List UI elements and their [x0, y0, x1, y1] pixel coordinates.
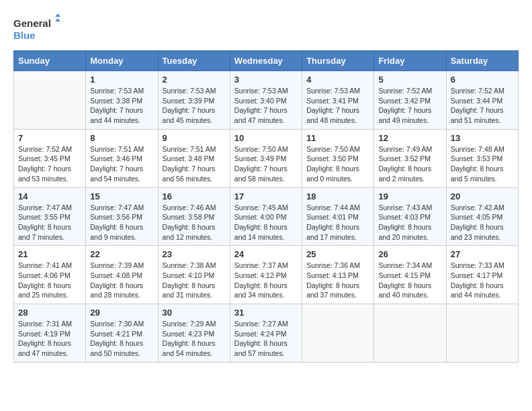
day-info: Sunrise: 7:31 AM Sunset: 4:19 PM Dayligh… — [18, 319, 81, 359]
logo-svg: General Blue — [13, 13, 60, 44]
svg-text:General: General — [13, 17, 51, 29]
logo: General Blue — [13, 13, 60, 44]
day-number: 5 — [378, 75, 441, 85]
day-number: 20 — [451, 191, 514, 201]
page-header: General Blue — [13, 13, 519, 44]
day-number: 28 — [18, 308, 81, 318]
day-number: 16 — [163, 191, 226, 201]
day-number: 25 — [306, 249, 369, 259]
day-number: 14 — [18, 191, 81, 201]
calendar-cell — [302, 304, 374, 363]
svg-text:Blue: Blue — [13, 30, 36, 41]
day-number: 21 — [18, 249, 81, 259]
calendar-table: SundayMondayTuesdayWednesdayThursdayFrid… — [13, 50, 519, 363]
calendar-cell: 29Sunrise: 7:30 AM Sunset: 4:21 PM Dayli… — [86, 304, 158, 363]
day-info: Sunrise: 7:33 AM Sunset: 4:17 PM Dayligh… — [451, 261, 514, 300]
day-info: Sunrise: 7:38 AM Sunset: 4:10 PM Dayligh… — [163, 261, 226, 300]
day-number: 12 — [378, 133, 441, 143]
day-info: Sunrise: 7:27 AM Sunset: 4:24 PM Dayligh… — [234, 319, 298, 359]
day-info: Sunrise: 7:29 AM Sunset: 4:23 PM Dayligh… — [163, 319, 226, 359]
calendar-cell: 21Sunrise: 7:41 AM Sunset: 4:06 PM Dayli… — [14, 246, 86, 304]
day-info: Sunrise: 7:51 AM Sunset: 3:48 PM Dayligh… — [163, 144, 226, 184]
calendar-cell: 31Sunrise: 7:27 AM Sunset: 4:24 PM Dayli… — [230, 304, 302, 363]
day-info: Sunrise: 7:53 AM Sunset: 3:39 PM Dayligh… — [163, 86, 226, 126]
header-cell-saturday: Saturday — [446, 51, 518, 71]
day-info: Sunrise: 7:51 AM Sunset: 3:46 PM Dayligh… — [90, 144, 153, 184]
day-number: 18 — [306, 191, 369, 201]
day-number: 15 — [90, 191, 153, 201]
day-number: 17 — [234, 191, 298, 201]
day-number: 19 — [378, 191, 441, 201]
day-number: 30 — [163, 308, 226, 318]
day-number: 3 — [234, 75, 298, 85]
day-info: Sunrise: 7:42 AM Sunset: 4:05 PM Dayligh… — [451, 203, 514, 242]
calendar-cell: 8Sunrise: 7:51 AM Sunset: 3:46 PM Daylig… — [86, 129, 158, 187]
day-number: 11 — [306, 133, 369, 143]
day-number: 27 — [451, 249, 514, 259]
calendar-cell: 18Sunrise: 7:44 AM Sunset: 4:01 PM Dayli… — [302, 187, 374, 246]
calendar-cell: 19Sunrise: 7:43 AM Sunset: 4:03 PM Dayli… — [374, 187, 446, 246]
day-info: Sunrise: 7:46 AM Sunset: 3:58 PM Dayligh… — [163, 203, 226, 242]
calendar-cell — [14, 71, 86, 130]
calendar-cell: 9Sunrise: 7:51 AM Sunset: 3:48 PM Daylig… — [158, 129, 230, 187]
day-number: 7 — [18, 133, 81, 143]
day-number: 1 — [90, 75, 153, 85]
svg-marker-2 — [55, 13, 60, 17]
day-info: Sunrise: 7:47 AM Sunset: 3:56 PM Dayligh… — [90, 203, 153, 242]
header-cell-thursday: Thursday — [302, 51, 374, 71]
calendar-cell: 24Sunrise: 7:37 AM Sunset: 4:12 PM Dayli… — [230, 246, 302, 304]
calendar-week-4: 21Sunrise: 7:41 AM Sunset: 4:06 PM Dayli… — [14, 246, 519, 304]
day-number: 24 — [234, 249, 298, 259]
calendar-cell: 5Sunrise: 7:52 AM Sunset: 3:42 PM Daylig… — [374, 71, 446, 130]
day-info: Sunrise: 7:43 AM Sunset: 4:03 PM Dayligh… — [378, 203, 441, 242]
day-number: 22 — [90, 249, 153, 259]
calendar-cell: 4Sunrise: 7:53 AM Sunset: 3:41 PM Daylig… — [302, 71, 374, 130]
calendar-cell: 25Sunrise: 7:36 AM Sunset: 4:13 PM Dayli… — [302, 246, 374, 304]
header-cell-sunday: Sunday — [14, 51, 86, 71]
calendar-cell: 28Sunrise: 7:31 AM Sunset: 4:19 PM Dayli… — [14, 304, 86, 363]
day-info: Sunrise: 7:36 AM Sunset: 4:13 PM Dayligh… — [306, 261, 369, 300]
day-number: 26 — [378, 249, 441, 259]
calendar-cell: 17Sunrise: 7:45 AM Sunset: 4:00 PM Dayli… — [230, 187, 302, 246]
calendar-cell: 22Sunrise: 7:39 AM Sunset: 4:08 PM Dayli… — [86, 246, 158, 304]
calendar-cell: 15Sunrise: 7:47 AM Sunset: 3:56 PM Dayli… — [86, 187, 158, 246]
day-number: 9 — [163, 133, 226, 143]
day-info: Sunrise: 7:39 AM Sunset: 4:08 PM Dayligh… — [90, 261, 153, 300]
day-info: Sunrise: 7:50 AM Sunset: 3:50 PM Dayligh… — [306, 144, 369, 184]
day-info: Sunrise: 7:34 AM Sunset: 4:15 PM Dayligh… — [378, 261, 441, 300]
day-info: Sunrise: 7:30 AM Sunset: 4:21 PM Dayligh… — [90, 319, 153, 359]
calendar-cell: 20Sunrise: 7:42 AM Sunset: 4:05 PM Dayli… — [446, 187, 518, 246]
calendar-week-2: 7Sunrise: 7:52 AM Sunset: 3:45 PM Daylig… — [14, 129, 519, 187]
svg-marker-3 — [55, 18, 60, 21]
header-cell-friday: Friday — [374, 51, 446, 71]
calendar-cell: 2Sunrise: 7:53 AM Sunset: 3:39 PM Daylig… — [158, 71, 230, 130]
day-info: Sunrise: 7:45 AM Sunset: 4:00 PM Dayligh… — [234, 203, 298, 242]
day-number: 23 — [163, 249, 226, 259]
day-info: Sunrise: 7:52 AM Sunset: 3:42 PM Dayligh… — [378, 86, 441, 126]
day-info: Sunrise: 7:53 AM Sunset: 3:38 PM Dayligh… — [90, 86, 153, 126]
day-info: Sunrise: 7:37 AM Sunset: 4:12 PM Dayligh… — [234, 261, 298, 300]
calendar-cell — [374, 304, 446, 363]
calendar-cell: 6Sunrise: 7:52 AM Sunset: 3:44 PM Daylig… — [446, 71, 518, 130]
day-info: Sunrise: 7:49 AM Sunset: 3:52 PM Dayligh… — [378, 144, 441, 184]
header-cell-monday: Monday — [86, 51, 158, 71]
calendar-week-3: 14Sunrise: 7:47 AM Sunset: 3:55 PM Dayli… — [14, 187, 519, 246]
calendar-cell: 10Sunrise: 7:50 AM Sunset: 3:49 PM Dayli… — [230, 129, 302, 187]
calendar-cell: 14Sunrise: 7:47 AM Sunset: 3:55 PM Dayli… — [14, 187, 86, 246]
day-info: Sunrise: 7:53 AM Sunset: 3:41 PM Dayligh… — [306, 86, 369, 126]
day-info: Sunrise: 7:47 AM Sunset: 3:55 PM Dayligh… — [18, 203, 81, 242]
calendar-cell: 27Sunrise: 7:33 AM Sunset: 4:17 PM Dayli… — [446, 246, 518, 304]
day-info: Sunrise: 7:44 AM Sunset: 4:01 PM Dayligh… — [306, 203, 369, 242]
day-number: 10 — [234, 133, 298, 143]
day-info: Sunrise: 7:52 AM Sunset: 3:45 PM Dayligh… — [18, 144, 81, 184]
calendar-header: SundayMondayTuesdayWednesdayThursdayFrid… — [14, 51, 519, 71]
header-cell-tuesday: Tuesday — [158, 51, 230, 71]
day-info: Sunrise: 7:53 AM Sunset: 3:40 PM Dayligh… — [234, 86, 298, 126]
day-info: Sunrise: 7:48 AM Sunset: 3:53 PM Dayligh… — [451, 144, 514, 184]
day-number: 8 — [90, 133, 153, 143]
day-number: 29 — [90, 308, 153, 318]
day-info: Sunrise: 7:52 AM Sunset: 3:44 PM Dayligh… — [451, 86, 514, 126]
calendar-cell: 26Sunrise: 7:34 AM Sunset: 4:15 PM Dayli… — [374, 246, 446, 304]
day-number: 6 — [451, 75, 514, 85]
day-number: 13 — [451, 133, 514, 143]
